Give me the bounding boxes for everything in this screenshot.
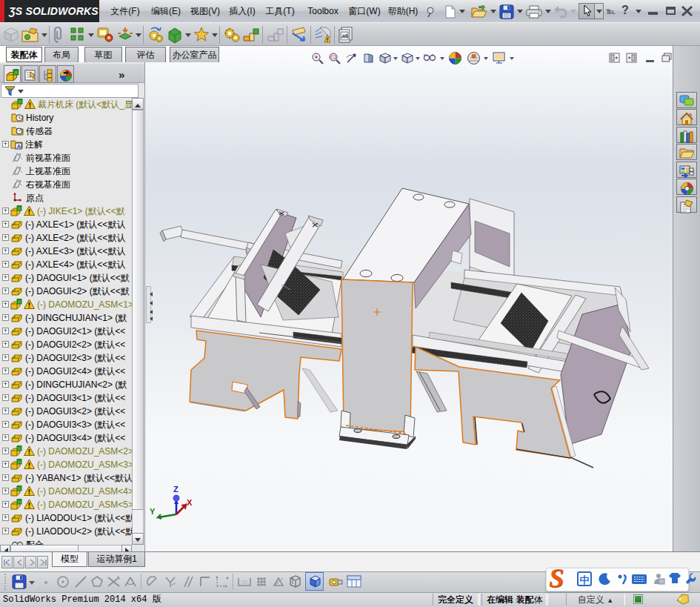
svg-text:A: A (17, 143, 21, 150)
svg-text:X: X (187, 498, 193, 507)
svg-text:Z: Z (173, 485, 179, 494)
svg-text:!: ! (327, 36, 329, 43)
svg-text:Y: Y (150, 507, 156, 516)
